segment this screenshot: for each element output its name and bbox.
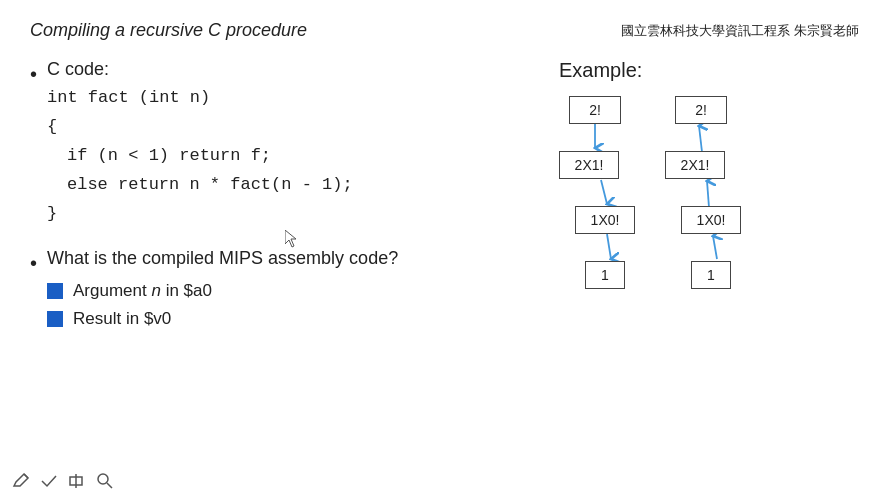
university-info: 國立雲林科技大學資訊工程系 朱宗賢老師 [621,22,859,40]
diag-box-r3: 1X0! [681,206,741,234]
svg-line-10 [107,483,112,488]
blue-bullet-item-2: Result in $v0 [47,309,539,329]
blue-bullet-text-2: Result in $v0 [73,309,171,329]
mips-label: What is the compiled MIPS assembly code? [47,248,539,269]
example-label: Example: [559,59,859,82]
bullet-content-1: C code: int fact (int n) { if (n < 1) re… [47,59,539,228]
code-line-1: int fact (int n) [47,84,539,113]
diag-box-l4: 1 [585,261,625,289]
check-icon[interactable] [38,470,60,492]
diag-box-r4: 1 [691,261,731,289]
diag-box-r2: 2X1! [665,151,725,179]
svg-line-2 [607,234,611,259]
blue-bullet-list: Argument n in $a0 Result in $v0 [47,281,539,329]
slide-title: Compiling a recursive C procedure [30,20,307,41]
svg-line-5 [713,236,717,259]
code-line-4: else return n * fact(n - 1); [47,171,539,200]
bullet-item-1: • C code: int fact (int n) { if (n < 1) … [30,59,539,228]
svg-line-1 [601,180,607,204]
main-content: • C code: int fact (int n) { if (n < 1) … [30,59,859,357]
svg-point-9 [98,474,108,484]
diagram-container: 2! 2X1! 1X0! 1 2! 2X1! 1X0! 1 [559,96,819,316]
header: Compiling a recursive C procedure 國立雲林科技… [30,20,859,41]
bullet-dot-2: • [30,250,37,276]
c-code-label: C code: [47,59,539,80]
diag-box-r1: 2! [675,96,727,124]
toolbar [10,470,116,492]
zoom-icon[interactable] [94,470,116,492]
slide: Compiling a recursive C procedure 國立雲林科技… [0,0,889,500]
left-content: • C code: int fact (int n) { if (n < 1) … [30,59,539,357]
right-content: Example: [559,59,859,357]
diag-box-l1: 2! [569,96,621,124]
blue-square-1 [47,283,63,299]
code-line-5: } [47,200,539,229]
code-line-2: { [47,113,539,142]
bullet-item-2: • What is the compiled MIPS assembly cod… [30,248,539,337]
blue-square-2 [47,311,63,327]
diag-box-l3: 1X0! [575,206,635,234]
move-icon[interactable] [66,470,88,492]
code-block: int fact (int n) { if (n < 1) return f; … [47,84,539,228]
bullet-dot-1: • [30,61,37,87]
pencil-icon[interactable] [10,470,32,492]
blue-bullet-text-1: Argument n in $a0 [73,281,212,301]
bullet-content-2: What is the compiled MIPS assembly code?… [47,248,539,337]
code-line-3: if (n < 1) return f; [47,142,539,171]
diag-box-l2: 2X1! [559,151,619,179]
blue-bullet-item-1: Argument n in $a0 [47,281,539,301]
